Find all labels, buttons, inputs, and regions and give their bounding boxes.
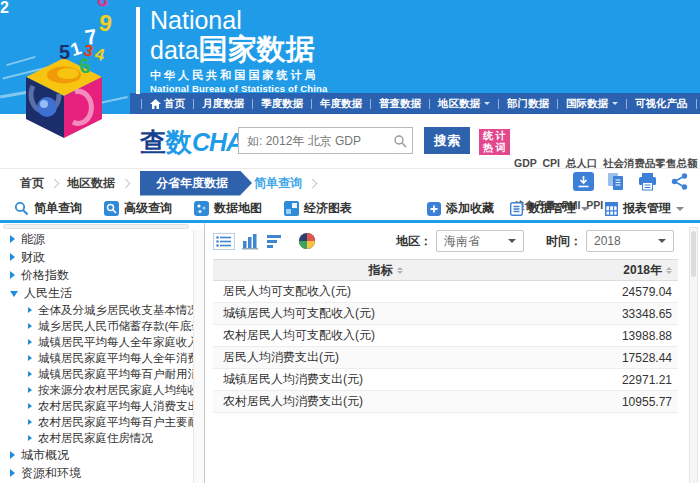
tree-toggle-icon[interactable] bbox=[10, 235, 15, 243]
sidebar-item-label: 城镇居民家庭平均每人全年消费性支出 bbox=[38, 351, 193, 366]
sidebar-tree-item[interactable]: 农村居民家庭平均每百户主要耐用消费品拥有量 bbox=[0, 414, 193, 430]
table-row: 城镇居民人均消费支出(元) 22971.21 bbox=[213, 369, 678, 391]
copy-icon[interactable] bbox=[605, 172, 626, 191]
chevron-down-icon bbox=[581, 207, 589, 215]
sidebar-tree-item[interactable]: 农村居民家庭住房情况 bbox=[0, 430, 193, 446]
tree-toggle-icon[interactable] bbox=[10, 253, 15, 261]
hbar-chart-view-icon[interactable] bbox=[266, 233, 283, 250]
sidebar-tree-item[interactable]: 城镇居民家庭平均每百户耐用消费品拥有量 bbox=[0, 366, 193, 382]
tree-toggle-icon[interactable] bbox=[28, 387, 32, 393]
tree-toggle-icon[interactable] bbox=[28, 371, 32, 377]
table-row: 城镇居民人均可支配收入(元) 33348.65 bbox=[213, 303, 678, 325]
sidebar-item-label: 城乡居民人民币储蓄存款(年底余额) bbox=[38, 319, 193, 334]
nav-item[interactable]: 国际数据 bbox=[553, 97, 622, 111]
tree-toggle-icon[interactable] bbox=[28, 403, 32, 409]
tool-label: 数据管理 bbox=[528, 200, 576, 217]
filters: 地区： 海南省 时间： 2018 bbox=[396, 230, 674, 252]
sidebar-tree-item[interactable]: 农村居民家庭平均每人消费支出 bbox=[0, 398, 193, 414]
tree-toggle-icon[interactable] bbox=[10, 271, 15, 279]
download-icon[interactable] bbox=[573, 172, 594, 191]
sidebar-tree-item[interactable]: 人民生活 bbox=[0, 284, 193, 302]
sidebar-tree-item[interactable]: 能源 bbox=[0, 230, 193, 248]
tree-toggle-icon[interactable] bbox=[28, 419, 32, 425]
sidebar-tree-item[interactable]: 价格指数 bbox=[0, 266, 193, 284]
breadcrumb-tab[interactable]: 简单查询 bbox=[254, 175, 302, 192]
tree-toggle-icon[interactable] bbox=[28, 355, 32, 361]
sidebar-item-label: 全体及分城乡居民收支基本情况(新口径) bbox=[38, 303, 193, 318]
nav-item-label: 部门数据 bbox=[507, 97, 549, 111]
report-manage-button[interactable]: 报表管理 bbox=[605, 200, 684, 217]
nav-item[interactable]: 出版物 bbox=[692, 97, 700, 111]
data-manage-button[interactable]: 数据管理 bbox=[510, 200, 589, 217]
tree-toggle-icon[interactable] bbox=[10, 451, 15, 459]
chevron-right-icon bbox=[121, 178, 131, 188]
tree-toggle-icon[interactable] bbox=[28, 339, 32, 345]
table-body: 居民人均可支配收入(元) 24579.04 城镇居民人均可支配收入(元) 333… bbox=[213, 281, 678, 413]
nav-item[interactable]: 月度数据 bbox=[189, 97, 248, 111]
breadcrumb-tab-label: 地区数据 bbox=[67, 175, 115, 192]
region-select[interactable]: 海南省 bbox=[436, 230, 524, 252]
time-select-value: 2018 bbox=[594, 234, 621, 248]
table-row: 农村居民人均可支配收入(元) 13988.88 bbox=[213, 325, 678, 347]
sidebar-tree-item[interactable]: 城市概况 bbox=[0, 446, 193, 464]
tab-advanced-query[interactable]: 高级查询 bbox=[104, 200, 172, 217]
share-icon[interactable] bbox=[669, 172, 690, 191]
cube-digit: 6 bbox=[78, 54, 92, 76]
manage-toolbar: 添加收藏 数据管理 报表管理 bbox=[411, 200, 684, 217]
tree-toggle-icon[interactable] bbox=[10, 291, 18, 297]
breadcrumb-tab[interactable]: 首页 bbox=[20, 175, 44, 192]
sidebar-tree-item[interactable]: 全体及分城乡居民收支基本情况(新口径) bbox=[0, 302, 193, 318]
tab-data-map[interactable]: 数据地图 bbox=[194, 200, 262, 217]
scrollbar-thumb[interactable] bbox=[691, 231, 696, 277]
table-row: 农村居民人均消费支出(元) 10955.77 bbox=[213, 391, 678, 413]
breadcrumb-tab[interactable]: 地区数据 bbox=[67, 175, 115, 192]
indicator-cell: 城镇居民人均消费支出(元) bbox=[213, 371, 558, 388]
nav-item[interactable]: 年度数据 bbox=[307, 97, 366, 111]
nav-item[interactable]: 地区数据 bbox=[425, 97, 494, 111]
nav-item[interactable]: 可视化产品 bbox=[622, 97, 692, 111]
tab-simple-query[interactable]: 简单查询 bbox=[14, 200, 82, 217]
print-icon[interactable] bbox=[637, 172, 658, 191]
sidebar-tree-item[interactable]: 城镇居民家庭平均每人全年消费性支出 bbox=[0, 350, 193, 366]
search-button[interactable]: 搜索 bbox=[424, 127, 470, 154]
pie-chart-view-icon[interactable] bbox=[298, 232, 316, 250]
main-area: 能源 财政 价格指数 人民生活 bbox=[0, 223, 700, 483]
time-select[interactable]: 2018 bbox=[586, 230, 674, 252]
sidebar-vertical-scrollbar[interactable] bbox=[193, 230, 204, 483]
nav-item[interactable]: 普查数据 bbox=[366, 97, 425, 111]
table-row: 居民人均消费支出(元) 17528.44 bbox=[213, 347, 678, 369]
sidebar-tree-item[interactable]: 财政 bbox=[0, 248, 193, 266]
indicator-column-label: 指标 bbox=[369, 262, 393, 279]
table-vertical-scrollbar[interactable] bbox=[689, 227, 698, 483]
search-input[interactable] bbox=[239, 128, 412, 153]
sidebar-tree-item[interactable]: 资源和环境 bbox=[0, 464, 193, 482]
economic-chart-icon bbox=[284, 201, 299, 216]
breadcrumb-tab[interactable]: 分省年度数据 bbox=[140, 171, 252, 196]
nav-item-label: 月度数据 bbox=[202, 97, 244, 111]
sidebar-tree-item[interactable]: 城乡居民人民币储蓄存款(年底余额) bbox=[0, 318, 193, 334]
bar-chart-view-icon[interactable] bbox=[242, 233, 259, 250]
indicator-cell: 农村居民人均消费支出(元) bbox=[213, 393, 558, 410]
list-view-icon[interactable] bbox=[213, 233, 235, 250]
indicator-column-header[interactable]: 指标 bbox=[213, 262, 558, 279]
breadcrumb-tab-label: 简单查询 bbox=[254, 175, 302, 192]
sort-icon bbox=[397, 264, 403, 277]
data-map-icon bbox=[194, 201, 209, 216]
add-favorite-button[interactable]: 添加收藏 bbox=[427, 200, 494, 217]
sidebar-horizontal-scrollbar[interactable] bbox=[3, 224, 189, 229]
search-outline-icon bbox=[14, 201, 29, 216]
search-icon[interactable] bbox=[393, 134, 407, 148]
tab-economic-charts[interactable]: 经济图表 bbox=[284, 200, 352, 217]
nav-item[interactable]: 部门数据 bbox=[494, 97, 553, 111]
tree-toggle-icon[interactable] bbox=[28, 323, 32, 329]
year-column-header[interactable]: 2018年 bbox=[558, 262, 678, 279]
sidebar-tree-item[interactable]: 按来源分农村居民家庭人均纯收入 bbox=[0, 382, 193, 398]
nav-item[interactable]: 首页 bbox=[137, 97, 189, 111]
tree-toggle-icon[interactable] bbox=[10, 469, 15, 477]
tree-toggle-icon[interactable] bbox=[28, 435, 32, 441]
nav-item[interactable]: 季度数据 bbox=[248, 97, 307, 111]
tree-toggle-icon[interactable] bbox=[28, 307, 32, 313]
sidebar-tree-item[interactable]: 城镇居民平均每人全年家庭收入来源 bbox=[0, 334, 193, 350]
breadcrumb-tab-label: 首页 bbox=[20, 175, 44, 192]
nav-item-label: 可视化产品 bbox=[635, 97, 688, 111]
